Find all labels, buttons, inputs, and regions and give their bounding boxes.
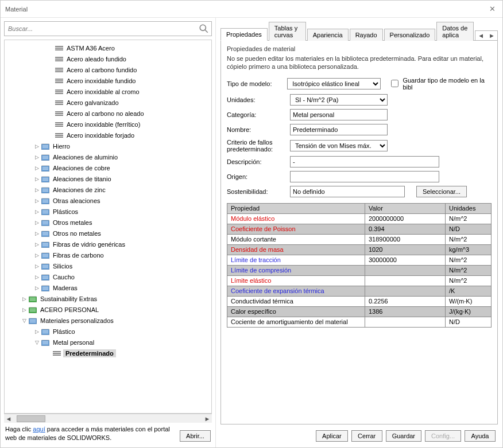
guardar-button[interactable]: Guardar bbox=[386, 430, 421, 442]
expand-icon[interactable]: ▷ bbox=[33, 274, 40, 280]
tree-item[interactable]: ▷Hierro bbox=[5, 141, 211, 151]
collapse-icon[interactable]: ▽ bbox=[33, 340, 40, 345]
prop-value[interactable]: 1386 bbox=[365, 306, 446, 317]
expand-icon[interactable]: ▷ bbox=[33, 143, 40, 149]
table-row[interactable]: Calor específico1386J/(kg·K) bbox=[227, 306, 492, 317]
open-button[interactable]: Abrir... bbox=[180, 430, 211, 442]
tree-item-selected[interactable]: Predeterminado bbox=[5, 348, 211, 359]
tree-item[interactable]: ▷Aleaciones de titanio bbox=[5, 173, 211, 184]
tree-item[interactable]: ▷ACERO PERSONAL bbox=[5, 304, 211, 315]
prop-value[interactable]: 318900000 bbox=[365, 234, 446, 244]
prop-value[interactable] bbox=[365, 317, 446, 327]
tab-datos[interactable]: Datos de aplica bbox=[436, 22, 474, 41]
expand-icon[interactable]: ▷ bbox=[33, 220, 40, 225]
cerrar-button[interactable]: Cerrar bbox=[351, 430, 382, 442]
search-icon[interactable] bbox=[199, 24, 209, 34]
table-row[interactable]: Coeficiente de expansión térmica/K bbox=[227, 286, 492, 296]
prop-value[interactable]: 2000000000 bbox=[365, 213, 446, 224]
tree-item[interactable]: ▷Otras aleaciones bbox=[5, 195, 211, 206]
expand-icon[interactable]: ▷ bbox=[33, 154, 40, 160]
tree-item[interactable]: ▷Fibras de carbono bbox=[5, 250, 211, 260]
tree-item[interactable]: ▷Maderas bbox=[5, 282, 211, 293]
prop-value[interactable] bbox=[365, 275, 446, 286]
footer-link[interactable]: aquí bbox=[33, 426, 45, 433]
table-row[interactable]: Límite de tracción30000000N/m^2 bbox=[227, 255, 492, 265]
select-tipo-modelo[interactable]: Isotrópico elástico lineal bbox=[287, 78, 381, 89]
tree-item[interactable]: Acero inoxidable al cromo bbox=[5, 86, 211, 97]
table-row[interactable]: Límite elásticoN/m^2 bbox=[227, 275, 492, 286]
expand-icon[interactable]: ▷ bbox=[33, 263, 40, 269]
expand-icon[interactable]: ▷ bbox=[33, 209, 40, 215]
search-input[interactable] bbox=[7, 25, 199, 33]
tree-item[interactable]: ▷Fibras de vidrio genéricas bbox=[5, 239, 211, 250]
tab-right-icon[interactable]: ► bbox=[486, 31, 497, 40]
expand-icon[interactable]: ▷ bbox=[21, 296, 28, 302]
expand-icon[interactable]: ▷ bbox=[21, 307, 28, 313]
tree-item[interactable]: Acero galvanizado bbox=[5, 97, 211, 108]
select-criterio[interactable]: Tensión de von Mises máx. bbox=[290, 140, 388, 151]
prop-value[interactable] bbox=[365, 286, 446, 296]
input-categoria[interactable] bbox=[290, 109, 388, 120]
input-descripcion[interactable] bbox=[290, 156, 439, 167]
tree-item[interactable]: Acero inoxidable (ferrítico) bbox=[5, 119, 211, 130]
tab-tablas[interactable]: Tablas y curvas bbox=[269, 22, 306, 41]
table-row[interactable]: Límite de compresiónN/m^2 bbox=[227, 265, 492, 275]
table-row[interactable]: Cociente de amortiguamiento del material… bbox=[227, 317, 492, 327]
ayuda-button[interactable]: Ayuda bbox=[465, 430, 496, 442]
tree-item[interactable]: ▷Plástico bbox=[5, 326, 211, 337]
tree-item[interactable]: ▷Caucho bbox=[5, 271, 211, 282]
tree-item[interactable]: Acero inoxidable fundido bbox=[5, 75, 211, 86]
scroll-right-icon[interactable]: ► bbox=[203, 415, 212, 422]
tree-item[interactable]: ▷Sustainability Extras bbox=[5, 293, 211, 304]
material-tree[interactable]: ASTM A36 AceroAcero aleado fundidoAcero … bbox=[5, 40, 211, 413]
tree-item[interactable]: Acero al carbono fundido bbox=[5, 64, 211, 75]
horizontal-scrollbar[interactable]: ◄ ► bbox=[4, 414, 212, 423]
checkbox-guardar-tipo[interactable]: Guardar tipo de modelo en la bibl bbox=[389, 77, 492, 91]
tree-item[interactable]: ASTM A36 Acero bbox=[5, 42, 211, 53]
expand-icon[interactable]: ▷ bbox=[33, 198, 40, 204]
table-row[interactable]: Coeficiente de Poisson0.394N/D bbox=[227, 224, 492, 234]
tab-rayado[interactable]: Rayado bbox=[350, 29, 383, 41]
table-row[interactable]: Conductividad térmica0.2256W/(m·K) bbox=[227, 296, 492, 306]
prop-value[interactable] bbox=[365, 265, 446, 275]
expand-icon[interactable]: ▷ bbox=[33, 165, 40, 171]
collapse-icon[interactable]: ▽ bbox=[21, 318, 28, 324]
expand-icon[interactable]: ▷ bbox=[33, 231, 40, 236]
tab-scroll[interactable]: ◄► bbox=[475, 30, 498, 40]
tab-propiedades[interactable]: Propiedades bbox=[220, 28, 268, 41]
tree-item[interactable]: ▷Aleaciones de cobre bbox=[5, 162, 211, 173]
close-icon[interactable]: ✕ bbox=[486, 5, 498, 13]
select-unidades[interactable]: SI - N/m^2 (Pa) bbox=[290, 94, 388, 106]
tree-item[interactable]: ▽Metal personal bbox=[5, 337, 211, 348]
expand-icon[interactable]: ▷ bbox=[33, 252, 40, 258]
input-origen[interactable] bbox=[290, 171, 439, 182]
expand-icon[interactable]: ▷ bbox=[33, 285, 40, 291]
scroll-thumb[interactable] bbox=[17, 415, 45, 422]
input-nombre[interactable] bbox=[290, 124, 388, 135]
tree-item[interactable]: ▷Silicios bbox=[5, 260, 211, 271]
tree-item[interactable]: Acero al carbono no aleado bbox=[5, 108, 211, 119]
seleccionar-button[interactable]: Seleccionar... bbox=[416, 186, 467, 197]
tree-item[interactable]: Acero aleado fundido bbox=[5, 53, 211, 64]
input-sostenibilidad[interactable] bbox=[290, 186, 405, 197]
tree-item[interactable]: ▷Otros no metales bbox=[5, 228, 211, 239]
config-button[interactable]: Config... bbox=[425, 430, 461, 442]
table-row[interactable]: Módulo cortante318900000N/m^2 bbox=[227, 234, 492, 244]
prop-value[interactable]: 0.394 bbox=[365, 224, 446, 234]
scroll-left-icon[interactable]: ◄ bbox=[4, 415, 13, 422]
expand-icon[interactable]: ▷ bbox=[33, 241, 40, 247]
expand-icon[interactable]: ▷ bbox=[33, 187, 40, 193]
prop-value[interactable]: 0.2256 bbox=[365, 296, 446, 306]
tree-item[interactable]: ▷Otros metales bbox=[5, 217, 211, 228]
prop-value[interactable]: 1020 bbox=[365, 244, 446, 255]
tree-item[interactable]: ▷Aleaciones de aluminio bbox=[5, 151, 211, 162]
table-row[interactable]: Densidad de masa1020kg/m^3 bbox=[227, 244, 492, 255]
tab-apariencia[interactable]: Apariencia bbox=[307, 29, 349, 41]
tree-item[interactable]: ▷Aleaciones de zinc bbox=[5, 184, 211, 195]
tab-personalizado[interactable]: Personalizado bbox=[384, 29, 436, 41]
table-row[interactable]: Módulo elástico2000000000N/m^2 bbox=[227, 213, 492, 224]
expand-icon[interactable]: ▷ bbox=[33, 176, 40, 182]
tree-item[interactable]: Acero inoxidable forjado bbox=[5, 130, 211, 141]
prop-value[interactable]: 30000000 bbox=[365, 255, 446, 265]
tab-left-icon[interactable]: ◄ bbox=[475, 31, 486, 40]
